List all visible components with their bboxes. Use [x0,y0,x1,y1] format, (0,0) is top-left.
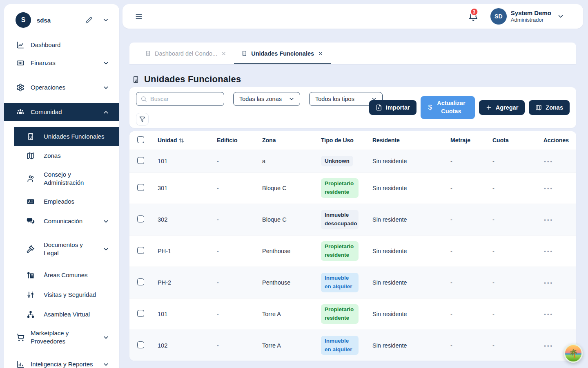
chevron-down-icon[interactable] [557,13,564,20]
sidebar-item-visitas-seguridad[interactable]: Visitas y Seguridad [4,285,119,305]
tipo-uso-badge: Propietario residente [321,241,359,261]
cell-cuota: - [484,173,525,204]
cell-residente: Sin residente [364,267,442,298]
sidebar-item-consejo-administracion[interactable]: Consejo y Administración [4,166,119,192]
filter-x-icon [139,116,145,122]
sidebar-item-operaciones[interactable]: Operaciones [4,79,119,96]
row-checkbox[interactable] [137,278,144,285]
row-checkbox[interactable] [137,341,144,348]
sidebar-item-inteligencia-reportes[interactable]: Inteligencia y Reportes [4,355,119,368]
pencil-icon[interactable] [85,17,92,24]
sidebar-item-areas-comunes[interactable]: Áreas Comunes [4,265,119,285]
zone-filter-value: Todas las zonas [239,96,282,102]
building-icon [27,132,35,141]
sidebar-item-unidades-funcionales[interactable]: Unidades Funcionales [14,127,119,146]
tab-dashboard-condominio[interactable]: Dashboard del Condo... [138,43,234,64]
notification-badge: 3 [470,8,478,16]
sidebar-item-comunicacion[interactable]: Comunicación [4,211,119,231]
row-checkbox[interactable] [137,247,144,254]
units-table: Unidad Edificio Zona Tipo de Uso Residen… [129,131,576,361]
palm-tree-icon: 🌴 [568,350,578,357]
user-avatar[interactable]: SD [490,8,507,25]
row-checkbox[interactable] [137,184,144,191]
tree-building-icon [27,271,35,279]
content-area: Dashboard del Condo... Unidades Funciona… [122,43,583,361]
zones-button[interactable]: Zonas [529,100,570,115]
clear-filters-button[interactable] [136,113,149,126]
cell-residente: Sin residente [364,204,442,236]
page-title-row: Unidades Funcionales [129,73,576,85]
table-row: 102 - Torre A Inmueble en alquiler Sin r… [129,330,576,361]
row-actions-button[interactable]: ••• [544,280,553,286]
chat-bubbles-icon [27,217,35,225]
close-icon[interactable] [318,51,323,56]
chevron-down-icon [288,96,295,102]
sidebar-item-comunidad[interactable]: Comunidad [4,103,119,121]
update-fees-button[interactable]: $ Actualizar Cuotas [421,96,475,119]
sidebar-item-marketplace-proveedores[interactable]: Marketplace y Proveedores [4,324,119,350]
building-icon [145,50,151,56]
sidebar-item-empleados[interactable]: Empleados [4,192,119,211]
row-actions-button[interactable]: ••• [544,343,553,349]
row-actions-button[interactable]: ••• [544,185,553,191]
row-checkbox[interactable] [137,310,144,317]
row-actions-button[interactable]: ••• [544,311,553,317]
row-actions-button[interactable]: ••• [544,248,553,254]
table-row: 101 - a Unknown Sin residente - - ••• [129,150,576,173]
sidebar-item-documentos-legal[interactable]: Documentos y Legal [4,239,119,259]
sidebar-item-asamblea-virtual[interactable]: Asamblea Virtual [4,305,119,324]
column-header-acciones: Acciones [525,131,576,150]
row-actions-button[interactable]: ••• [544,217,553,223]
cell-metraje: - [442,150,484,173]
cell-zona: Bloque C [254,173,312,204]
file-import-icon [376,104,382,111]
search-box [136,92,224,106]
cell-residente: Sin residente [364,173,442,204]
notifications-button[interactable]: 3 [468,11,478,21]
row-checkbox[interactable] [137,157,144,164]
user-info: System Demo Administrador [511,9,551,23]
search-input[interactable] [150,96,220,102]
cell-edificio: - [208,298,254,330]
profile-name: sdsa [37,17,80,24]
column-header-unidad[interactable]: Unidad [149,131,208,150]
chevron-down-icon[interactable] [102,16,109,24]
cell-edificio: - [208,236,254,267]
row-actions-button[interactable]: ••• [544,158,553,164]
sidebar-item-finanzas[interactable]: Finanzas [4,54,119,72]
chevron-down-icon [102,334,109,341]
row-checkbox[interactable] [137,215,144,222]
menu-icon[interactable] [135,12,143,20]
sidebar-item-dashboard[interactable]: Dashboard [4,36,119,54]
cell-cuota: - [484,236,525,267]
tipo-uso-badge: Propietario residente [321,304,359,324]
cell-residente: Sin residente [364,330,442,361]
sidebar-item-zonas[interactable]: Zonas [4,146,119,166]
cell-residente: Sin residente [364,298,442,330]
cell-edificio: - [208,150,254,173]
column-header-tipo-de-uso: Tipo de Uso [312,131,364,150]
sidebar: S sdsa Dashboard Finanzas Operaciones Co… [4,4,119,368]
select-all-checkbox[interactable] [137,136,144,143]
plus-icon [486,104,492,111]
tropical-island-button[interactable]: 🌴 [564,344,583,363]
zone-filter-select[interactable]: Todas las zonas [233,92,300,106]
chart-line-icon [16,41,24,49]
bar-chart-icon [16,360,24,368]
cell-edificio: - [208,330,254,361]
cell-metraje: - [442,204,484,236]
cart-icon [16,333,24,341]
toolbar-actions: Importar $ Actualizar Cuotas Agregar Zon… [369,96,570,119]
user-name: System Demo [511,9,551,16]
gavel-icon [27,245,35,253]
column-header-metraje: Metraje [442,131,484,150]
cell-cuota: - [484,150,525,173]
close-icon[interactable] [221,51,227,56]
cell-cuota: - [484,330,525,361]
id-card-icon [27,197,35,206]
cell-unidad: 101 [149,298,208,330]
tab-unidades-funcionales[interactable]: Unidades Funcionales [234,43,331,64]
import-button[interactable]: Importar [369,100,416,115]
cell-metraje: - [442,330,484,361]
add-button[interactable]: Agregar [479,100,525,115]
